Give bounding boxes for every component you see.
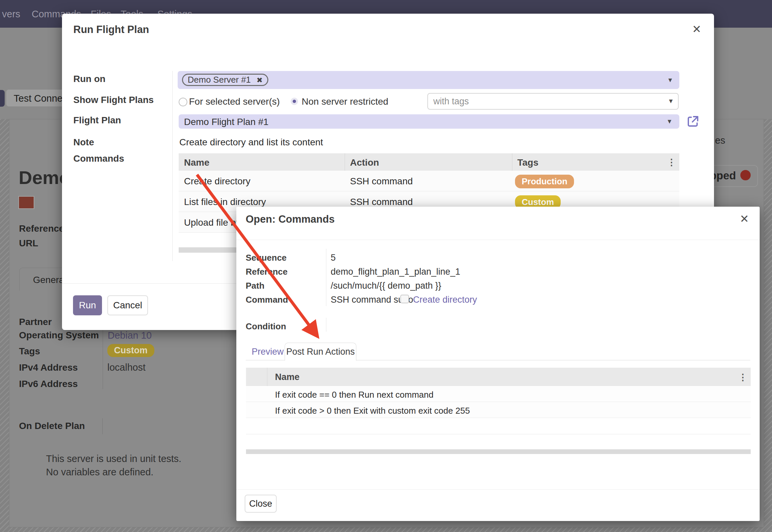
color-swatch[interactable] [18, 196, 34, 209]
table-row[interactable]: If exit code > 0 then Exit with custom e… [246, 402, 751, 418]
table-row[interactable]: Create directory SSH command Production [179, 171, 679, 191]
row-tag-badge: Production [515, 175, 574, 188]
os-label: Operating System [19, 330, 99, 341]
row-name: If exit code == 0 then Run next command [275, 390, 434, 400]
column-divider [267, 368, 267, 386]
close-button[interactable]: Close [245, 495, 277, 513]
label-divider [172, 71, 173, 261]
run-on-label: Run on [73, 74, 105, 84]
radio-selected-servers[interactable] [179, 98, 187, 106]
row-name: Create directory [184, 176, 250, 187]
server-tag-label: Demo Server #1 [188, 75, 251, 85]
tab-post-run-actions[interactable]: Post Run Actions [285, 343, 356, 361]
partner-label: Partner [19, 317, 52, 327]
server-tag-chip[interactable]: Demo Server #1 ✖ [182, 74, 268, 86]
tab-preview[interactable]: Preview [252, 347, 284, 357]
radio-non-server-restricted-label[interactable]: Non server restricted [302, 96, 388, 107]
url-label: URL [19, 238, 38, 249]
run-on-field[interactable]: Demo Server #1 ✖ ▾ [178, 71, 679, 89]
plan-description: Create directory and list its content [179, 137, 323, 148]
cancel-button[interactable]: Cancel [107, 295, 148, 315]
post-run-table-header: Name ⋮ [246, 368, 751, 386]
sequence-value: 5 [331, 253, 336, 263]
flight-plan-select[interactable]: Demo Flight Plan #1 ▾ [179, 114, 679, 129]
radio-non-server-restricted[interactable] [291, 98, 298, 105]
row-name: Upload file by [184, 217, 241, 228]
table-options-icon[interactable]: ⋮ [738, 372, 747, 383]
condition-label: Condition [246, 321, 286, 332]
tags-label: Tags [19, 346, 40, 357]
commands-label: Commands [73, 153, 124, 164]
chevron-down-icon[interactable]: ▾ [668, 117, 671, 126]
unit-test-note-line2: No variables are defined. [46, 467, 153, 478]
run-button[interactable]: Run [73, 295, 102, 315]
row-name: List files in directory [184, 197, 266, 207]
reference-label: Reference [246, 267, 288, 277]
row-divider [246, 418, 751, 418]
command-label: Command [246, 295, 288, 305]
remove-tag-icon[interactable]: ✖ [257, 76, 263, 84]
flight-plan-label: Flight Plan [73, 115, 121, 126]
close-icon[interactable]: ✕ [740, 213, 749, 224]
form-divider [102, 418, 103, 434]
table-options-icon[interactable]: ⋮ [667, 157, 676, 168]
server-tag-badge: Custom [107, 344, 154, 357]
row-name: If exit code > 0 then Exit with custom e… [275, 406, 470, 416]
footer-divider [236, 489, 760, 490]
general-tab-label: General [33, 275, 66, 285]
row-action: SSH command [350, 197, 413, 207]
label-divider [326, 249, 326, 306]
sequence-label: Sequence [246, 253, 287, 263]
table-row[interactable]: If exit code == 0 then Run next command [246, 386, 751, 402]
label-divider [326, 318, 326, 332]
row-action: SSH command [350, 176, 413, 187]
open-commands-modal: Open: Commands ✕ Sequence Reference Path… [236, 207, 760, 521]
unit-test-note-line1: This server is used in unit tests. [46, 453, 181, 464]
header-divider [236, 240, 760, 240]
chevron-down-icon[interactable]: ▾ [669, 97, 673, 105]
path-value: /such/much/{{ demo_path }} [331, 281, 441, 291]
radio-selected-servers-label[interactable]: For selected server(s) [189, 96, 280, 107]
create-directory-checkbox[interactable] [400, 295, 409, 303]
on-delete-plan-label: On Delete Plan [19, 421, 85, 431]
reference-value: demo_flight_plan_1_plan_line_1 [331, 267, 460, 277]
table-scrollbar[interactable] [246, 449, 751, 454]
external-link-icon[interactable] [686, 114, 700, 128]
col-name[interactable]: Name [275, 372, 300, 382]
flight-plan-value: Demo Flight Plan #1 [184, 117, 269, 127]
col-name[interactable]: Name [184, 157, 209, 168]
commands-table-header: Name Action Tags ⋮ [179, 153, 679, 171]
with-tags-select[interactable]: with tags ▾ [427, 93, 679, 110]
show-flight-plans-label: Show Flight Plans [73, 95, 154, 105]
row-divider [246, 434, 751, 434]
modal-title: Run Flight Plan [73, 24, 149, 36]
create-directory-link[interactable]: Create directory [413, 295, 477, 305]
chevron-down-icon[interactable]: ▾ [668, 76, 672, 84]
app-window: vers Commands Files Tools Settings Test … [0, 0, 772, 532]
close-icon[interactable]: ✕ [692, 24, 701, 35]
note-label: Note [73, 137, 94, 148]
column-divider [345, 153, 345, 171]
nav-item-servers[interactable]: vers [2, 9, 20, 20]
ipv4-value: localhost [107, 362, 145, 373]
edit-button-fragment[interactable] [0, 90, 5, 107]
col-tags[interactable]: Tags [517, 157, 538, 168]
modal-title: Open: Commands [246, 213, 335, 225]
chatter-tab-fragment[interactable]: es [715, 135, 725, 146]
os-value-link[interactable]: Debian 10 [108, 330, 152, 341]
with-tags-placeholder: with tags [433, 96, 469, 107]
reference-label: Reference [19, 223, 64, 234]
path-label: Path [246, 281, 264, 291]
ipv6-label: IPv6 Address [19, 379, 78, 389]
status-dot-icon [740, 170, 751, 180]
ipv4-label: IPv4 Address [19, 362, 78, 373]
col-action[interactable]: Action [350, 157, 379, 168]
column-divider [512, 153, 512, 171]
